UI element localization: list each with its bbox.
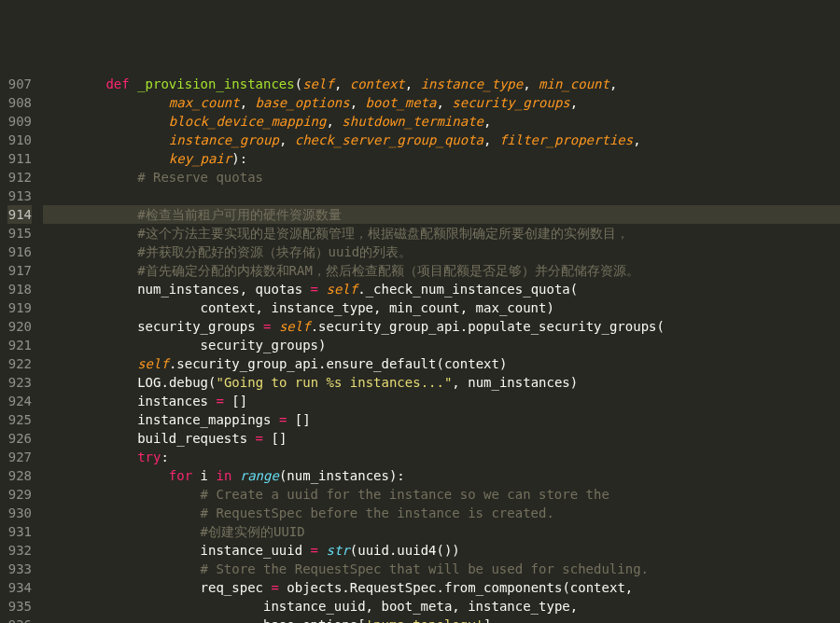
token-pn: , [523, 76, 539, 91]
line-number: 923 [7, 373, 32, 392]
code-line[interactable]: key_pair): [43, 149, 840, 168]
token-prm: self [302, 76, 334, 91]
code-area[interactable]: def _provision_instances(self, context, … [43, 75, 840, 623]
token-id: context [201, 300, 256, 315]
line-number: 915 [7, 224, 32, 242]
token-pn [271, 412, 278, 427]
line-number: 908 [7, 93, 32, 112]
code-line[interactable]: # Store the RequestSpec that will be use… [43, 560, 840, 578]
token-id: num_instances [287, 468, 389, 483]
line-number: 936 [7, 616, 32, 623]
line-number: 919 [7, 298, 32, 317]
token-pn: . [161, 375, 168, 390]
code-line[interactable]: # Reserve quotas [43, 168, 840, 187]
code-editor[interactable]: 9079089099109119129139149159169179189199… [0, 75, 840, 623]
token-pn: , [633, 132, 640, 147]
token-id: instance_type [271, 300, 373, 315]
token-id: min_count [389, 300, 460, 315]
token-pn: ( [295, 76, 302, 91]
token-cmt: #这个方法主要实现的是资源配额管理，根据磁盘配额限制确定所要创建的实例数目， [137, 226, 628, 241]
token-prm: block_device_mapping [169, 114, 327, 129]
line-number: 929 [7, 485, 32, 504]
token-pn [231, 468, 239, 483]
line-number: 934 [7, 578, 32, 597]
line-number: 916 [7, 242, 32, 261]
code-line[interactable]: for i in range(num_instances): [43, 466, 840, 485]
token-pn: : [161, 450, 168, 464]
token-id: context [444, 356, 499, 371]
line-number: 911 [7, 149, 32, 168]
token-pn [192, 468, 200, 483]
token-prm: filter_properties [499, 132, 633, 147]
token-pn: ) [546, 300, 553, 315]
line-number: 912 [7, 168, 32, 187]
token-pn: . [311, 319, 318, 334]
token-pn: , [350, 95, 366, 110]
token-prm: min_count [539, 76, 609, 91]
token-cmt: #首先确定分配的内核数和RAM，然后检查配额（项目配额是否足够）并分配储存资源。 [137, 263, 639, 278]
code-line[interactable]: def _provision_instances(self, context, … [43, 75, 840, 93]
code-line[interactable]: instance_group, check_server_group_quota… [43, 131, 840, 149]
code-line[interactable]: #并获取分配好的资源（块存储）uuid的列表。 [43, 242, 840, 261]
code-line[interactable]: #首先确定分配的内核数和RAM，然后检查配额（项目配额是否足够）并分配储存资源。 [43, 261, 840, 280]
code-line[interactable]: req_spec = objects.RequestSpec.from_comp… [43, 578, 840, 597]
line-number: 931 [7, 522, 32, 541]
code-line[interactable]: num_instances, quotas = self._check_num_… [43, 280, 840, 298]
token-pn [302, 282, 310, 297]
token-id: base_options [263, 617, 357, 623]
token-pn: ( [562, 580, 569, 595]
token-cmt: #并获取分配好的资源（块存储）uuid的列表。 [137, 244, 412, 259]
token-prm: self [279, 319, 311, 334]
code-line[interactable]: context, instance_type, min_count, max_c… [43, 298, 840, 317]
code-line[interactable]: instance_uuid = str(uuid.uuid4()) [43, 541, 840, 560]
token-id: instance_mappings [137, 412, 271, 427]
code-line[interactable]: #创建实例的UUID [43, 522, 840, 541]
token-cmt: #创建实例的UUID [201, 524, 305, 539]
token-kw: def [105, 76, 137, 91]
code-line[interactable]: build_requests = [] [43, 429, 840, 448]
code-line[interactable]: max_count, base_options, boot_meta, secu… [43, 93, 840, 112]
code-line[interactable]: # RequestSpec before the instance is cre… [43, 504, 840, 522]
line-number: 932 [7, 541, 32, 560]
code-line[interactable]: security_groups = self.security_group_ap… [43, 317, 840, 336]
token-pn: . [460, 319, 468, 334]
token-id: instances [137, 394, 208, 408]
token-pn: ( [657, 319, 665, 334]
line-number: 909 [7, 112, 32, 131]
token-pn: , [279, 132, 295, 147]
token-pn: . [437, 580, 444, 595]
code-line[interactable]: instance_mappings = [] [43, 410, 840, 429]
token-prm: self [326, 282, 357, 297]
token-pn: ], [483, 617, 499, 623]
code-line[interactable]: instances = [] [43, 392, 840, 410]
token-pn: ) [499, 356, 507, 371]
code-line[interactable]: #检查当前租户可用的硬件资源数量 [43, 205, 840, 224]
code-line[interactable]: base_options['numa_topology'], [43, 616, 840, 623]
token-id: context [570, 580, 625, 595]
code-line[interactable]: security_groups) [43, 336, 840, 354]
code-line[interactable]: # Create a uuid for the instance so we c… [43, 485, 840, 504]
line-number: 914 [7, 205, 32, 224]
code-line[interactable]: block_device_mapping, shutdown_terminate… [43, 112, 840, 131]
code-line[interactable]: instance_uuid, boot_meta, instance_type, [43, 597, 840, 616]
code-line[interactable]: try: [43, 448, 840, 466]
token-op: = [256, 431, 263, 446]
token-pn: , [240, 95, 256, 110]
token-pn: , [334, 76, 350, 91]
token-pn [271, 319, 278, 334]
code-line[interactable] [43, 187, 840, 205]
token-bi: range [240, 468, 279, 483]
token-op: = [311, 282, 318, 297]
line-number: 921 [7, 336, 32, 354]
code-line[interactable]: self.security_group_api.ensure_default(c… [43, 354, 840, 373]
token-kw: try [137, 450, 161, 464]
token-pn: ()) [437, 543, 460, 558]
token-id: build_requests [137, 431, 247, 446]
token-id: populate_security_groups [468, 319, 656, 334]
line-number-gutter: 9079089099109119129139149159169179189199… [0, 75, 43, 623]
code-line[interactable]: #这个方法主要实现的是资源配额管理，根据磁盘配额限制确定所要创建的实例数目， [43, 224, 840, 242]
code-line[interactable]: LOG.debug("Going to run %s instances..."… [43, 373, 840, 392]
token-id: quotas [256, 282, 303, 297]
token-cmt: # Store the RequestSpec that will be use… [201, 561, 649, 576]
token-prm: shutdown_terminate [342, 114, 483, 129]
